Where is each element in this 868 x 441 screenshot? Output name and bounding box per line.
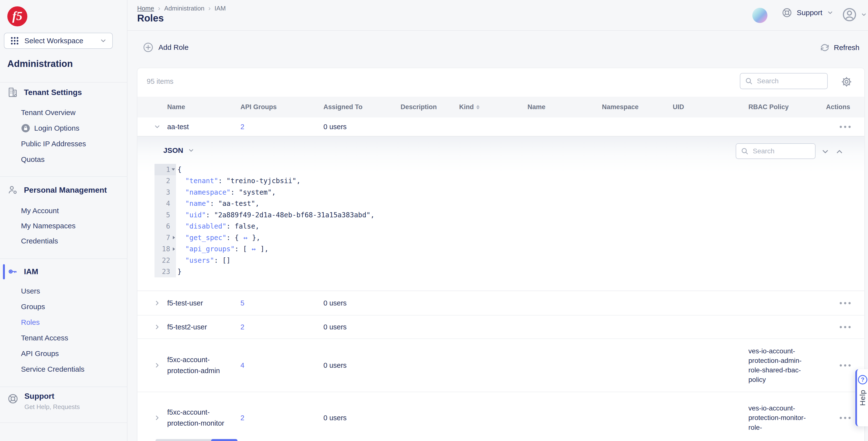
table-row-aa-test[interactable]: aa-test 2 0 users xyxy=(137,117,864,137)
f5-logo[interactable]: f5 xyxy=(7,6,27,26)
next-match-chevron-down-icon[interactable] xyxy=(821,147,830,156)
row-actions-button[interactable] xyxy=(837,300,853,307)
collapse-caret-icon[interactable] xyxy=(172,169,175,171)
sidebar-item-groups[interactable]: Groups xyxy=(21,302,45,311)
divider xyxy=(0,258,127,259)
actions-cell xyxy=(826,123,864,130)
chevron-right-icon[interactable] xyxy=(154,323,161,331)
sidebar-item-public-ip-addresses[interactable]: Public IP Addresses xyxy=(21,139,86,148)
table-search-input[interactable] xyxy=(756,77,823,85)
api-groups-count-link[interactable]: 2 xyxy=(241,323,323,331)
sidebar-item-users[interactable]: Users xyxy=(21,287,40,296)
line-number: 1 xyxy=(166,166,170,174)
lifebuoy-icon xyxy=(782,7,792,18)
breadcrumb-administration[interactable]: Administration xyxy=(164,5,205,12)
table-header-row: Name API Groups Assigned To Description … xyxy=(137,97,864,117)
table-row-f5xc-account-protection-monitor[interactable]: f5xc-account-protection-monitor 2 0 user… xyxy=(137,392,864,441)
column-header-actions[interactable]: Actions xyxy=(826,103,864,111)
support-label: Support xyxy=(24,392,80,401)
column-header-assigned-to[interactable]: Assigned To xyxy=(323,103,401,111)
sidebar-item-roles[interactable]: Roles xyxy=(21,318,40,327)
line-gutter: 7 xyxy=(155,232,176,243)
code-token: : xyxy=(210,200,218,208)
help-tab[interactable]: ? Help xyxy=(855,369,868,427)
code-token: "namespace" xyxy=(185,188,230,196)
code-token: ], xyxy=(256,245,269,253)
sidebar-section-iam[interactable]: IAM xyxy=(7,266,38,277)
code-token: "users" xyxy=(185,256,214,264)
sidebar-item-label: Quotas xyxy=(21,155,45,164)
sidebar-item-my-namespaces[interactable]: My Namespaces xyxy=(21,221,75,231)
sidebar-item-quotas[interactable]: Quotas xyxy=(21,155,45,164)
code-token: { xyxy=(235,234,243,242)
column-header-uid[interactable]: UID xyxy=(673,103,748,111)
row-actions-button[interactable] xyxy=(837,414,853,421)
breadcrumb-home-link[interactable]: Home xyxy=(137,5,154,12)
json-search[interactable] xyxy=(736,143,815,159)
column-header-kind[interactable]: Kind xyxy=(459,103,527,111)
folded-content-icon[interactable]: ↔ xyxy=(251,245,256,253)
table-row-f5-test-user[interactable]: f5-test-user 5 0 users xyxy=(137,291,864,316)
expand-caret-icon[interactable] xyxy=(173,247,175,251)
sidebar-item-label: Credentials xyxy=(21,237,58,245)
code-text: "uid": "2a889f49-2d1a-48eb-bf68-31a15a38… xyxy=(176,211,374,219)
sidebar-item-login-options[interactable]: Login Options xyxy=(21,123,79,133)
format-selector[interactable]: JSON xyxy=(163,146,194,154)
expand-caret-icon[interactable] xyxy=(173,236,175,239)
column-header-rbac-policy[interactable]: RBAC Policy xyxy=(748,103,826,111)
chevron-right-icon[interactable] xyxy=(154,362,161,369)
assistant-orb-icon[interactable] xyxy=(752,8,768,23)
add-role-button[interactable]: Add Role xyxy=(143,42,188,53)
sidebar-item-api-groups[interactable]: API Groups xyxy=(21,349,59,358)
api-groups-count-link[interactable]: 2 xyxy=(241,414,323,422)
role-name: f5-test-user xyxy=(167,298,233,308)
sidebar-item-service-credentials[interactable]: Service Credentials xyxy=(21,364,85,374)
table-row-f5-test2-user[interactable]: f5-test2-user 2 0 users xyxy=(137,316,864,339)
sidebar-section-personal-management[interactable]: Personal Management xyxy=(7,185,107,195)
api-groups-count-link[interactable]: 4 xyxy=(241,361,323,370)
sort-icon[interactable] xyxy=(476,105,479,109)
sidebar-section-tenant-settings[interactable]: Tenant Settings xyxy=(7,87,82,98)
assigned-to-value: 0 users xyxy=(323,361,401,370)
json-search-input[interactable] xyxy=(752,147,811,155)
row-actions-button[interactable] xyxy=(837,123,853,130)
api-groups-count-link[interactable]: 2 xyxy=(241,123,323,131)
horizontal-scrollbar[interactable] xyxy=(155,439,238,441)
sidebar-item-label: Groups xyxy=(21,302,45,311)
row-actions-button[interactable] xyxy=(837,324,853,331)
sidebar-item-tenant-access[interactable]: Tenant Access xyxy=(21,333,68,343)
sidebar-section-support[interactable]: Support Get Help, Requests xyxy=(7,392,80,411)
column-header-api-groups[interactable]: API Groups xyxy=(241,103,323,111)
code-token: "disabled" xyxy=(185,222,226,230)
divider xyxy=(0,422,127,423)
column-header-description[interactable]: Description xyxy=(401,103,459,111)
breadcrumb-iam[interactable]: IAM xyxy=(215,5,226,12)
workspace-selector[interactable]: Select Workspace xyxy=(4,33,113,49)
code-token: "name" xyxy=(185,200,210,208)
chevron-right-icon[interactable] xyxy=(154,414,161,421)
sidebar-item-credentials[interactable]: Credentials xyxy=(21,236,58,246)
refresh-button[interactable]: Refresh xyxy=(820,42,860,53)
code-token: : xyxy=(206,211,214,219)
table-row-f5xc-account-protection-admin[interactable]: f5xc-account-protection-admin 4 0 users … xyxy=(137,339,864,392)
scrollbar-thumb[interactable] xyxy=(211,439,238,441)
sidebar-item-my-account[interactable]: My Account xyxy=(21,206,59,215)
support-menu[interactable]: Support xyxy=(782,7,834,18)
code-line: 7 "get_spec": { ↔ }, xyxy=(155,232,374,243)
account-menu[interactable] xyxy=(842,7,867,23)
table-search[interactable] xyxy=(740,73,828,89)
json-code-viewer[interactable]: 1 { 2 "tenant": "treino-tyjcbsii", 3 "na… xyxy=(155,164,374,277)
folded-content-icon[interactable]: ↔ xyxy=(243,234,248,242)
column-header-name-2[interactable]: Name xyxy=(527,103,602,111)
sidebar-item-tenant-overview[interactable]: Tenant Overview xyxy=(21,108,75,117)
table-settings-gear-icon[interactable] xyxy=(841,76,852,87)
prev-match-chevron-up-icon[interactable] xyxy=(835,147,844,156)
column-header-name[interactable]: Name xyxy=(167,103,241,111)
chevron-down-icon[interactable] xyxy=(154,123,161,130)
chevron-right-icon[interactable] xyxy=(154,299,161,307)
row-actions-button[interactable] xyxy=(837,362,853,369)
code-line: 23 } xyxy=(155,266,374,277)
user-avatar-icon xyxy=(842,7,857,23)
column-header-namespace[interactable]: Namespace xyxy=(602,103,673,111)
api-groups-count-link[interactable]: 5 xyxy=(241,299,323,307)
